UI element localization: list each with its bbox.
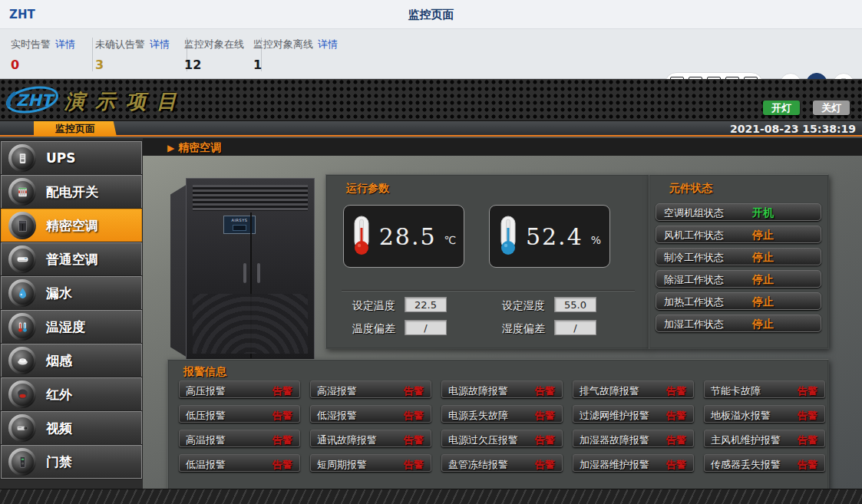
status-label: 风机工作状态 (664, 229, 724, 242)
realtime-alarm-count: 0 (11, 58, 75, 72)
door-access-icon (8, 448, 36, 476)
sidebar-item-label: 门禁 (46, 453, 72, 471)
component-status-panel: 元件状态 空调机组状态 开机 风机工作状态 停止 制冷工作状态 停止 除湿工作状… (649, 174, 829, 349)
thermometer-blue-icon (498, 216, 518, 257)
alarm-label: 主风机维护报警 (711, 433, 781, 447)
temp-deviation-label: 温度偏差 (352, 322, 395, 336)
humidity-deviation-value[interactable]: / (554, 320, 596, 335)
alarm-cell: 电源丢失故障告警 (441, 405, 563, 423)
status-label: 空调机组状态 (664, 206, 724, 220)
alarm-label: 地板溢水报警 (711, 409, 771, 423)
alarm-cell: 地板溢水报警告警 (704, 405, 825, 423)
status-value: 停止 (752, 295, 774, 309)
alarm-badge: 告警 (666, 433, 686, 447)
alarm-badge: 告警 (666, 384, 686, 398)
device-vents (193, 185, 308, 211)
set-temp-value[interactable]: 22.5 (405, 297, 447, 312)
realtime-alarm-detail-link[interactable]: 详情 (55, 38, 75, 50)
alarm-cell: 低温报警告警 (179, 454, 300, 472)
unconfirmed-alarm-detail-link[interactable]: 详情 (150, 38, 170, 50)
params-divider (342, 290, 635, 292)
infrared-icon (8, 380, 36, 408)
camera-icon (8, 414, 36, 442)
tab-monitor-page[interactable]: 监控页面 (34, 121, 117, 137)
status-row-cooling: 制冷工作状态 停止 (656, 248, 821, 265)
sidebar-item-power-switch[interactable]: 配电开关 (1, 175, 142, 209)
alarm-badge: 告警 (666, 458, 686, 472)
alarm-label: 通讯故障报警 (317, 433, 377, 447)
alarm-cell: 高湿报警告警 (310, 380, 431, 398)
sidebar-item-water-leak[interactable]: 漏水 (1, 276, 142, 310)
humidity-deviation-label: 湿度偏差 (502, 322, 545, 336)
temperature-display: 28.5 ℃ (343, 205, 464, 268)
alarm-label: 低湿报警 (317, 409, 357, 423)
humidity-display: 52.4 % (489, 205, 610, 268)
alarm-badge: 告警 (666, 409, 686, 423)
alarm-cell: 盘管冻结报警告警 (441, 454, 563, 472)
sidebar-item-temp-humidity[interactable]: 温湿度 (1, 310, 142, 344)
alarm-cell: 高压报警告警 (179, 380, 300, 398)
thermometers-icon (8, 313, 36, 341)
timestamp: 2021-08-23 15:38:19 (730, 123, 856, 135)
sidebar-item-precision-ac[interactable]: 精密空调 (1, 209, 142, 242)
operating-params-panel: 运行参数 28.5 ℃ 52.4 % 设定温度 (325, 174, 649, 349)
bottom-strip (0, 489, 862, 504)
alarm-cell: 主风机维护报警告警 (704, 430, 825, 447)
status-row-humidify: 加湿工作状态 停止 (656, 315, 821, 332)
alarm-badge: 告警 (272, 384, 292, 398)
status-value: 停止 (752, 273, 774, 287)
ups-icon (8, 144, 36, 172)
status-label: 加湿工作状态 (664, 318, 724, 331)
device-side-panel (170, 184, 187, 357)
stat-label: 实时告警 (11, 38, 51, 50)
sidebar-item-smoke[interactable]: 烟感 (1, 344, 142, 377)
normal-ac-icon (8, 245, 36, 273)
alarm-label: 低压报警 (186, 409, 226, 423)
alarm-badge: 告警 (535, 458, 555, 472)
sidebar-item-label: 普通空调 (46, 251, 98, 268)
set-humidity-value[interactable]: 55.0 (554, 297, 596, 312)
alarm-label: 低温报警 (186, 458, 226, 472)
sidebar-item-label: UPS (46, 150, 76, 166)
sidebar-item-label: 温湿度 (46, 318, 85, 336)
alarms-panel-title: 报警信息 (183, 365, 226, 379)
sidebar-item-infrared[interactable]: 红外 (1, 377, 142, 411)
status-label: 除湿工作状态 (664, 273, 724, 287)
offline-detail-link[interactable]: 详情 (318, 38, 338, 50)
sidebar-item-ups[interactable]: UPS (1, 141, 142, 175)
svg-text:ZHT: ZHT (16, 91, 56, 110)
alarm-label: 高温报警 (186, 433, 226, 447)
stat-realtime-alarms: 实时告警详情 0 (11, 38, 93, 71)
device-grill (193, 294, 308, 354)
alarm-badge: 告警 (535, 433, 555, 447)
sidebar-item-video[interactable]: 视频 (1, 411, 142, 445)
status-value: 停止 (752, 251, 774, 265)
sidebar-item-label: 烟感 (46, 352, 72, 370)
alarm-label: 过滤网维护报警 (580, 409, 649, 423)
light-on-button[interactable]: 开灯 (763, 100, 800, 115)
section-title-bar: ▶ 精密空调 (143, 138, 862, 156)
precision-ac-icon (8, 212, 36, 239)
sidebar-item-label: 红外 (46, 386, 72, 404)
alarm-cell: 传感器丢失报警告警 (704, 454, 825, 472)
top-bar: ZHT 监控页面 (0, 0, 862, 29)
sidebar-item-door-access[interactable]: 门禁 (1, 445, 142, 479)
light-off-button[interactable]: 关灯 (813, 100, 850, 115)
stat-objects-offline: 监控对象离线详情 1 (253, 38, 355, 71)
status-label: 制冷工作状态 (664, 251, 724, 265)
stats-bar: 实时告警详情 0 未确认告警详情 3 监控对象在线 12 监控对象离线详情 1 … (0, 29, 862, 79)
sidebar-item-label: 漏水 (46, 285, 72, 302)
thermometer-red-icon (352, 216, 372, 257)
stat-label: 监控对象离线 (253, 38, 313, 50)
alarm-badge: 告警 (404, 458, 424, 472)
status-panel-title: 元件状态 (669, 182, 712, 196)
device-front-panel: AIRSYS (186, 178, 315, 361)
smoke-detector-icon (8, 347, 36, 374)
temp-deviation-value[interactable]: / (405, 320, 447, 335)
sidebar-item-normal-ac[interactable]: 普通空调 (1, 242, 142, 276)
alarm-badge: 告警 (404, 384, 424, 398)
water-drop-icon (8, 279, 36, 307)
alarm-cell: 高温报警告警 (179, 430, 300, 447)
alarm-badge: 告警 (272, 458, 292, 472)
alarm-badge: 告警 (404, 433, 424, 447)
